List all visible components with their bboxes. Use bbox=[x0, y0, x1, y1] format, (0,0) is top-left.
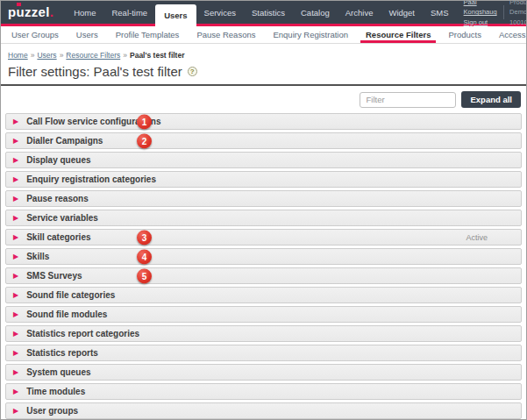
toolbar: Expand all bbox=[1, 86, 526, 108]
nav-item-real-time[interactable]: Real-time bbox=[103, 1, 155, 26]
nav-item-widget[interactable]: Widget bbox=[381, 1, 423, 26]
expand-arrow-icon: ▶ bbox=[13, 273, 18, 280]
accordion-row-label: SMS Surveys bbox=[26, 271, 82, 281]
expand-arrow-icon: ▶ bbox=[13, 138, 18, 145]
accordion-row-skills[interactable]: ▶Skills4 bbox=[5, 248, 522, 265]
accordion-row-sound-file-modules[interactable]: ▶Sound file modules bbox=[5, 306, 522, 323]
accordion-row-label: Sound file categories bbox=[26, 290, 115, 300]
top-nav-bar: puzzel. HomeReal-timeUsersServicesStatis… bbox=[1, 1, 526, 26]
accordion-list: ▶Call Flow service configurations1▶Diall… bbox=[5, 113, 522, 419]
accordion-row-label: Skill categories bbox=[26, 232, 90, 242]
breadcrumb-link-users[interactable]: Users bbox=[37, 51, 56, 60]
subnav-item-resource-filters[interactable]: Resource Filters bbox=[357, 26, 439, 43]
accordion-row-label: Statistics reports bbox=[26, 348, 98, 358]
accordion-row-label: Enquiry registration categories bbox=[26, 174, 156, 184]
user-divider bbox=[503, 5, 504, 19]
title-row: Filter settings: Paal's test filter ? bbox=[1, 60, 526, 84]
breadcrumb-link-home[interactable]: Home bbox=[8, 51, 28, 60]
accordion-row-pause-reasons[interactable]: ▶Pause reasons bbox=[5, 190, 522, 207]
app-window: puzzel. HomeReal-timeUsersServicesStatis… bbox=[0, 0, 527, 420]
user-links: Paal Kongshaug Sign out bbox=[464, 0, 497, 27]
nav-item-services[interactable]: Services bbox=[196, 1, 244, 26]
nav-item-home[interactable]: Home bbox=[66, 1, 103, 26]
accordion-row-label: Dialler Campaigns bbox=[26, 136, 103, 146]
accordion-row-skill-categories[interactable]: ▶Skill categoriesActive3 bbox=[5, 229, 522, 246]
logo-text-rest: zzel bbox=[25, 4, 50, 19]
accordion-row-system-queues[interactable]: ▶System queues bbox=[5, 364, 522, 381]
accordion-row-label: Time modules bbox=[26, 387, 85, 396]
accordion-row-time-modules[interactable]: ▶Time modules bbox=[5, 383, 522, 400]
sub-nav: User GroupsUsersProfile TemplatesPause R… bbox=[1, 26, 526, 44]
expand-arrow-icon: ▶ bbox=[13, 350, 18, 357]
accordion-row-dialler-campaigns[interactable]: ▶Dialler Campaigns2 bbox=[5, 132, 522, 149]
annotation-badge-2: 2 bbox=[137, 133, 152, 148]
nav-item-archive[interactable]: Archive bbox=[338, 1, 381, 26]
expand-all-button[interactable]: Expand all bbox=[461, 91, 521, 108]
sign-out-link[interactable]: Sign out bbox=[464, 18, 497, 27]
subnav-item-users[interactable]: Users bbox=[68, 26, 107, 43]
expand-arrow-icon: ▶ bbox=[13, 388, 18, 395]
subnav-item-products[interactable]: Products bbox=[439, 26, 490, 43]
breadcrumb-separator: » bbox=[123, 51, 127, 60]
expand-arrow-icon: ▶ bbox=[13, 196, 18, 203]
nav-item-users[interactable]: Users bbox=[155, 4, 196, 26]
breadcrumb-current: Paal's test filter bbox=[130, 51, 185, 60]
accordion-row-label: Pause reasons bbox=[26, 194, 89, 203]
breadcrumb-separator: » bbox=[60, 51, 64, 60]
accordion-row-display-queues[interactable]: ▶Display queues bbox=[5, 152, 522, 168]
page-title: Filter settings: Paal's test filter bbox=[8, 64, 182, 79]
breadcrumb-separator: » bbox=[31, 51, 35, 60]
accordion-row-label: Skills bbox=[26, 252, 49, 261]
filter-input[interactable] bbox=[360, 92, 456, 108]
help-icon[interactable]: ? bbox=[188, 67, 197, 76]
main-nav: HomeReal-timeUsersServicesStatisticsCata… bbox=[66, 1, 456, 26]
breadcrumb-link-resource-filters[interactable]: Resource Filters bbox=[66, 51, 120, 60]
annotation-badge-3: 3 bbox=[137, 230, 152, 245]
accordion-row-service-variables[interactable]: ▶Service variables bbox=[5, 210, 522, 226]
expand-arrow-icon: ▶ bbox=[13, 311, 18, 318]
user-block: Paal Kongshaug Sign out Product Demo 100… bbox=[457, 1, 527, 26]
expand-arrow-icon: ▶ bbox=[13, 234, 18, 241]
accordion-row-sound-file-categories[interactable]: ▶Sound file categories bbox=[5, 287, 522, 303]
puzzel-logo[interactable]: puzzel. bbox=[1, 1, 66, 26]
accordion-row-label: User groups bbox=[26, 406, 78, 416]
accordion-row-label: System queues bbox=[26, 367, 90, 377]
expand-arrow-icon: ▶ bbox=[13, 369, 18, 376]
logo-u-mark: u bbox=[16, 4, 24, 19]
annotation-badge-1: 1 bbox=[137, 114, 152, 129]
expand-arrow-icon: ▶ bbox=[13, 408, 18, 415]
nav-item-catalog[interactable]: Catalog bbox=[293, 1, 338, 26]
accordion-row-user-groups[interactable]: ▶User groups bbox=[5, 402, 522, 419]
user-name-link[interactable]: Paal Kongshaug bbox=[464, 0, 497, 18]
nav-item-sms[interactable]: SMS bbox=[423, 1, 457, 26]
accordion-row-label: Service variables bbox=[26, 213, 98, 223]
expand-arrow-icon: ▶ bbox=[13, 118, 18, 125]
accordion-row-sms-surveys[interactable]: ▶SMS Surveys5 bbox=[5, 267, 522, 284]
subnav-item-user-groups[interactable]: User Groups bbox=[3, 26, 68, 43]
subnav-item-profile-templates[interactable]: Profile Templates bbox=[107, 26, 189, 43]
accordion-row-statistics-report-categories[interactable]: ▶Statistics report categories bbox=[5, 325, 522, 342]
annotation-badge-4: 4 bbox=[137, 249, 152, 264]
expand-arrow-icon: ▶ bbox=[13, 253, 18, 260]
subnav-item-access-control[interactable]: Access Control bbox=[490, 26, 527, 43]
expand-arrow-icon: ▶ bbox=[13, 176, 18, 183]
breadcrumb: Home»Users»Resource Filters»Paal's test … bbox=[1, 44, 526, 60]
expand-arrow-icon: ▶ bbox=[13, 292, 18, 299]
accordion-row-label: Statistics report categories bbox=[26, 329, 139, 338]
active-status-label: Active bbox=[466, 233, 488, 242]
logo-dot: . bbox=[50, 4, 53, 19]
expand-arrow-icon: ▶ bbox=[13, 331, 18, 338]
annotation-badge-5: 5 bbox=[137, 268, 152, 283]
subnav-item-pause-reasons[interactable]: Pause Reasons bbox=[188, 26, 264, 43]
account-name: Product Demo bbox=[509, 0, 527, 18]
nav-item-statistics[interactable]: Statistics bbox=[244, 1, 293, 26]
accordion-row-enquiry-registration-categories[interactable]: ▶Enquiry registration categories bbox=[5, 171, 522, 188]
expand-arrow-icon: ▶ bbox=[13, 157, 18, 164]
accordion-row-call-flow-service-configurations[interactable]: ▶Call Flow service configurations1 bbox=[5, 113, 522, 130]
account-id: 10010 bbox=[509, 18, 527, 27]
subnav-item-enquiry-registration[interactable]: Enquiry Registration bbox=[264, 26, 357, 43]
accordion-row-statistics-reports[interactable]: ▶Statistics reports bbox=[5, 345, 522, 361]
accordion-row-label: Sound file modules bbox=[26, 310, 107, 319]
account-info: Product Demo 10010 bbox=[509, 0, 527, 27]
expand-arrow-icon: ▶ bbox=[13, 215, 18, 222]
